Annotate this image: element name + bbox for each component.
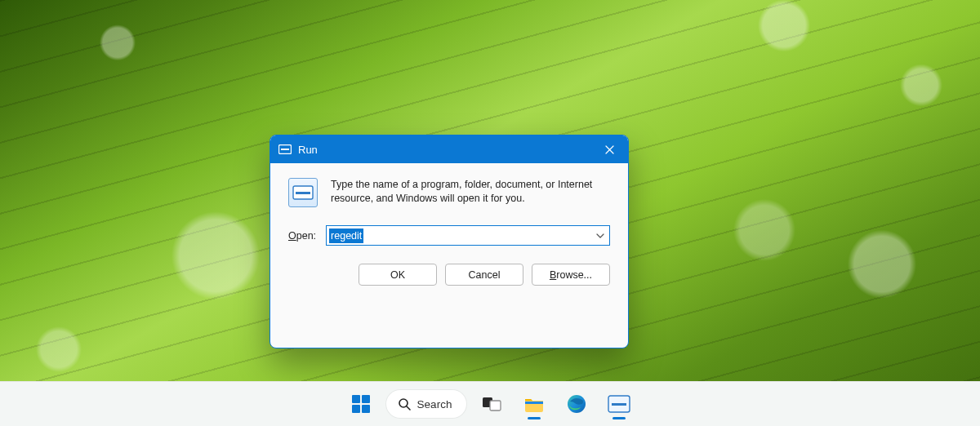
edge-icon (566, 393, 587, 415)
chevron-down-icon[interactable] (596, 233, 604, 238)
svg-rect-3 (296, 192, 310, 194)
svg-rect-11 (490, 401, 501, 410)
start-button[interactable] (344, 387, 378, 421)
file-explorer-button[interactable] (517, 387, 551, 421)
taskbar: Search (0, 381, 980, 426)
svg-rect-12 (525, 402, 543, 404)
browse-button-label: Browse... (550, 269, 592, 281)
svg-rect-5 (362, 395, 370, 403)
run-dialog: Run Type the name of a program, folder, … (270, 135, 629, 348)
open-label: Open: (288, 230, 316, 242)
run-taskbar-button[interactable] (602, 387, 636, 421)
run-titlebar[interactable]: Run (270, 135, 628, 163)
cancel-button-label: Cancel (469, 269, 501, 281)
open-input-value: regedit (329, 229, 363, 243)
cancel-button[interactable]: Cancel (445, 264, 523, 286)
svg-rect-6 (352, 405, 360, 413)
windows-start-icon (350, 393, 372, 415)
taskbar-search-label: Search (417, 398, 452, 410)
ok-button-label: OK (390, 269, 405, 281)
svg-rect-15 (612, 403, 626, 406)
run-title-text: Run (298, 144, 318, 156)
run-dialog-icon (288, 178, 318, 207)
ok-button[interactable]: OK (359, 264, 437, 286)
task-view-button[interactable] (474, 387, 509, 421)
svg-rect-4 (352, 395, 360, 403)
edge-browser-button[interactable] (559, 387, 594, 421)
file-explorer-icon (523, 395, 545, 413)
svg-rect-1 (281, 149, 289, 150)
browse-button[interactable]: Browse... (532, 264, 610, 286)
open-combobox[interactable]: regedit (326, 225, 610, 246)
svg-line-9 (407, 406, 410, 410)
run-description: Type the name of a program, folder, docu… (331, 178, 610, 206)
task-view-icon (482, 395, 501, 413)
svg-rect-7 (362, 405, 370, 413)
taskbar-search[interactable]: Search (386, 390, 467, 418)
close-icon (605, 145, 614, 154)
run-taskbar-icon (608, 395, 630, 413)
close-button[interactable] (590, 135, 628, 163)
search-icon (398, 397, 411, 410)
run-titlebar-icon (278, 144, 292, 154)
desktop-wallpaper-leaf-droplets: Run Type the name of a program, folder, … (0, 0, 980, 426)
